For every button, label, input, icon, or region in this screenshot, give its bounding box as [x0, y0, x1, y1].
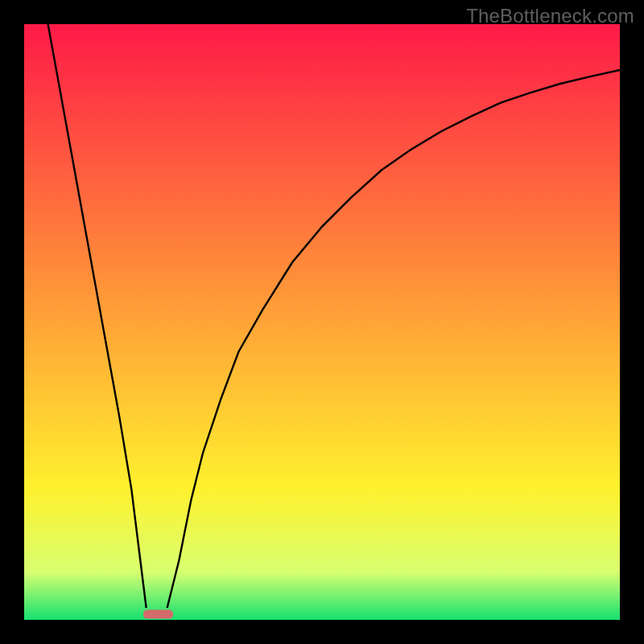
- gradient-background: [24, 24, 620, 620]
- chart-plot: [24, 24, 620, 620]
- minimum-marker: [143, 610, 173, 619]
- chart-frame: TheBottleneck.com: [0, 0, 644, 644]
- watermark-text: TheBottleneck.com: [466, 5, 634, 27]
